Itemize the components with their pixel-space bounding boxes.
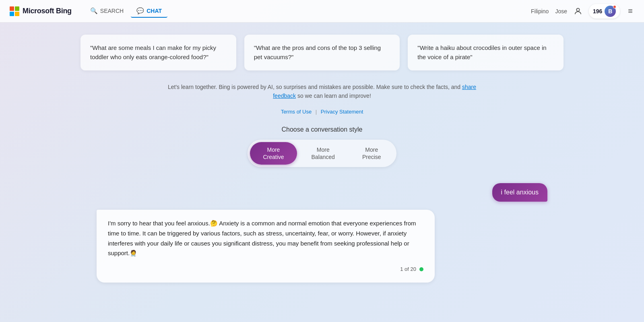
- points-badge[interactable]: 196 B: [589, 4, 620, 19]
- suggestion-cards: "What are some meals I can make for my p…: [80, 35, 564, 70]
- search-tab[interactable]: 🔍 SEARCH: [85, 5, 129, 18]
- terms-link[interactable]: Terms of Use: [281, 109, 312, 115]
- menu-icon[interactable]: ≡: [626, 5, 634, 17]
- disclaimer-text-before: Let's learn together. Bing is powered by…: [168, 84, 462, 90]
- conv-btn-balanced[interactable]: More Balanced: [299, 142, 348, 165]
- conv-btn-balanced-main: More: [317, 147, 330, 153]
- avatar: B: [605, 6, 616, 17]
- header: Microsoft Bing 🔍 SEARCH 💬 CHAT Filipino …: [0, 0, 644, 23]
- chat-area: i feel anxious I'm sorry to hear that yo…: [80, 183, 564, 298]
- user-name[interactable]: Jose: [555, 8, 567, 14]
- points-count: 196: [593, 8, 602, 14]
- response-count: 1 of 20: [400, 265, 416, 273]
- conv-btn-precise[interactable]: More Precise: [349, 142, 394, 165]
- suggestion-card-1[interactable]: "What are some meals I can make for my p…: [80, 35, 236, 70]
- microsoft-logo-icon: [10, 6, 19, 16]
- language-label[interactable]: Filipino: [531, 8, 549, 14]
- conv-btn-creative[interactable]: More Creative: [250, 142, 297, 165]
- suggestion-card-2[interactable]: "What are the pros and cons of the top 3…: [244, 35, 400, 70]
- suggestion-text-2: "What are the pros and cons of the top 3…: [254, 44, 381, 60]
- user-bubble: i feel anxious: [492, 183, 547, 202]
- main-content: "What are some meals I can make for my p…: [0, 23, 644, 299]
- link-separator: |: [316, 109, 317, 115]
- ai-response-text: I'm sorry to hear that you feel anxious.…: [108, 220, 416, 256]
- conv-btn-creative-sub: Creative: [263, 153, 284, 161]
- disclaimer: Let's learn together. Bing is powered by…: [161, 83, 483, 101]
- suggestion-text-1: "What are some meals I can make for my p…: [90, 44, 216, 60]
- search-tab-label: SEARCH: [100, 8, 124, 14]
- logo-text: Microsoft Bing: [23, 7, 72, 15]
- search-icon: 🔍: [90, 7, 98, 14]
- conv-btn-precise-main: More: [365, 147, 378, 153]
- ai-message: I'm sorry to hear that you feel anxious.…: [80, 210, 564, 282]
- nav-tabs: 🔍 SEARCH 💬 CHAT: [85, 5, 167, 18]
- conv-style-picker: More Creative More Balanced More Precise: [248, 140, 396, 167]
- conv-style-label: Choose a conversation style: [282, 126, 363, 133]
- suggestion-text-3: "Write a haiku about crocodiles in outer…: [417, 44, 546, 60]
- conv-btn-precise-sub: Precise: [362, 153, 381, 161]
- footer-links: Terms of Use | Privacy Statement: [281, 109, 363, 115]
- disclaimer-text-after: so we can learn and improve!: [296, 93, 371, 99]
- chat-icon: 💬: [136, 7, 144, 14]
- user-profile-icon[interactable]: [574, 7, 582, 16]
- chat-tab[interactable]: 💬 CHAT: [131, 5, 167, 18]
- chat-tab-label: CHAT: [147, 8, 162, 14]
- suggestion-card-3[interactable]: "Write a haiku about crocodiles in outer…: [408, 35, 564, 70]
- logo[interactable]: Microsoft Bing: [10, 6, 72, 16]
- svg-point-0: [576, 8, 579, 11]
- ai-bubble-footer: 1 of 20: [108, 265, 423, 273]
- notification-dot: [613, 5, 616, 8]
- ai-bubble: I'm sorry to hear that you feel anxious.…: [97, 210, 435, 282]
- privacy-link[interactable]: Privacy Statement: [321, 109, 363, 115]
- conv-btn-creative-main: More: [267, 147, 280, 153]
- count-dot-icon: [419, 267, 423, 271]
- conv-btn-balanced-sub: Balanced: [312, 153, 335, 161]
- user-message: i feel anxious: [80, 183, 564, 202]
- header-right: Filipino Jose 196 B ≡: [531, 4, 634, 19]
